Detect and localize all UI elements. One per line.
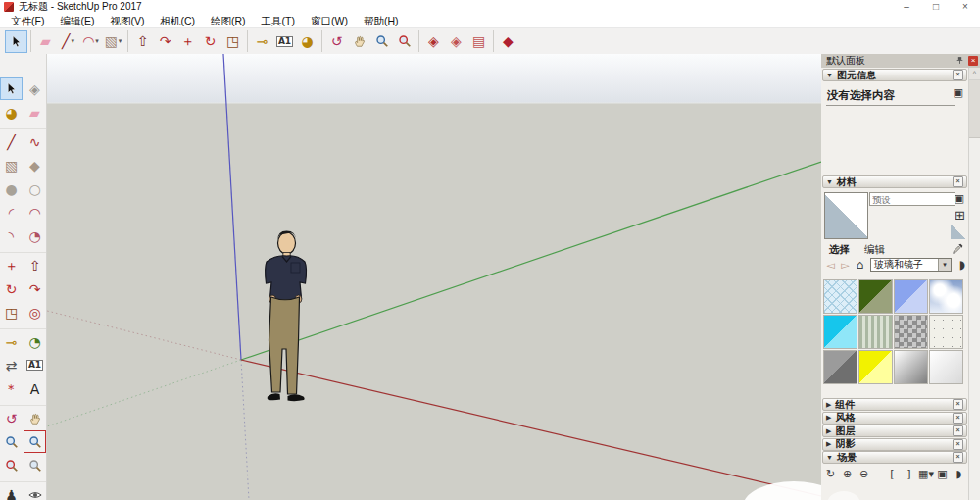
tray-scrollbar[interactable]: ^ xyxy=(968,68,980,500)
rotate-tool[interactable]: ↻ xyxy=(0,277,23,300)
scenes-close-button[interactable]: × xyxy=(953,452,963,463)
pie-tool[interactable]: ◔ xyxy=(24,225,46,247)
tray-close-button[interactable]: × xyxy=(968,56,978,66)
pan-tool[interactable] xyxy=(24,407,46,429)
entity-info-header[interactable]: ▼ 图元信息 × xyxy=(822,69,967,81)
protractor-tool[interactable]: ◔ xyxy=(24,330,46,353)
polygon-tool[interactable]: ○ xyxy=(24,177,46,200)
model-viewport[interactable] xyxy=(47,54,821,500)
move-tool[interactable]: ＋ xyxy=(176,30,199,53)
collection-details-button[interactable]: ◗ xyxy=(959,258,965,272)
shadows-header[interactable]: ▶阴影× xyxy=(822,438,967,451)
material-swatch-glass-striped[interactable] xyxy=(858,315,893,349)
display-secondary-pane-button[interactable]: ▣ xyxy=(955,192,964,205)
previous-view-tool[interactable] xyxy=(24,454,46,476)
tape-measure-tool[interactable]: ⊸ xyxy=(251,30,273,53)
tab-edit[interactable]: 编辑 xyxy=(858,243,891,258)
scale-tool[interactable]: ◳ xyxy=(221,30,244,53)
scenes-header[interactable]: ▼ 场景 × xyxy=(822,451,967,464)
menu-item-draw[interactable]: 绘图(R) xyxy=(203,14,254,27)
rectangle-tool-dropdown[interactable]: ▾ xyxy=(119,37,122,45)
maximize-button[interactable]: □ xyxy=(921,0,951,14)
create-material-button[interactable]: ⊞ xyxy=(955,208,965,223)
forward-arrow-icon[interactable]: ▻ xyxy=(838,259,853,272)
show-details-button[interactable]: ▣ xyxy=(935,468,950,480)
look-around-tool[interactable] xyxy=(24,483,46,500)
scale-tool[interactable]: ◳ xyxy=(0,301,23,324)
material-swatch-glass-dark-green[interactable] xyxy=(858,279,893,314)
material-swatch-glass-light-blue-hatch[interactable] xyxy=(823,279,858,314)
line-tool[interactable]: ╱ xyxy=(0,130,23,153)
zoom-tool[interactable] xyxy=(370,30,393,53)
move-scene-up-button[interactable]: [ xyxy=(885,468,900,480)
close-button[interactable]: × xyxy=(951,0,980,14)
position-camera-tool[interactable]: ♟ xyxy=(0,483,23,500)
sample-paint-icon[interactable] xyxy=(952,242,964,257)
orbit-tool[interactable]: ↺ xyxy=(325,30,348,53)
menu-item-window[interactable]: 窗口(W) xyxy=(303,14,356,27)
material-swatch-glass-obscure-speckle[interactable] xyxy=(929,315,963,349)
zoom-tool[interactable] xyxy=(0,430,23,453)
view-options-button[interactable]: ▦▾ xyxy=(918,468,933,480)
arc-tool-dropdown[interactable]: ▾ xyxy=(95,37,99,45)
text-tool[interactable]: A1 xyxy=(273,30,296,53)
material-swatch-mirror-metal[interactable] xyxy=(894,350,928,384)
minimize-button[interactable]: – xyxy=(892,0,921,14)
menu-item-camera[interactable]: 相机(C) xyxy=(152,14,203,27)
move-scene-down-button[interactable]: ] xyxy=(902,468,916,480)
extension-icon-2[interactable]: ◈ xyxy=(445,30,467,53)
zoom-extents-tool[interactable] xyxy=(393,30,416,53)
3d-text-tool[interactable]: A xyxy=(24,377,46,400)
remove-scene-button[interactable]: ⊖ xyxy=(857,468,871,480)
materials-header[interactable]: ▼ 材料 × xyxy=(822,175,967,188)
shadows-close-button[interactable]: × xyxy=(953,439,963,450)
rotated-rectangle-tool[interactable]: ◆ xyxy=(24,154,46,176)
default-material-button[interactable] xyxy=(951,225,966,239)
add-scene-button[interactable]: ⊕ xyxy=(840,468,855,480)
extension-icon-1[interactable]: ◈ xyxy=(422,30,445,53)
arc-tool[interactable]: ◜ xyxy=(0,201,23,224)
layers-close-button[interactable]: × xyxy=(953,425,963,436)
line-tool[interactable]: ╱▾ xyxy=(57,30,79,53)
material-swatch-glass-cyan[interactable] xyxy=(823,315,858,349)
eraser-tool[interactable]: ▰ xyxy=(24,101,46,124)
rectangle-tool[interactable]: ▧▾ xyxy=(102,30,124,53)
material-swatch-mirror-white[interactable] xyxy=(929,350,963,384)
material-swatch-glass-yellow[interactable] xyxy=(858,350,893,384)
collection-dropdown[interactable]: 玻璃和镜子 ▾ xyxy=(870,258,952,272)
make-component-tool[interactable]: ◈ xyxy=(24,77,46,100)
menu-item-help[interactable]: 帮助(H) xyxy=(356,14,407,27)
tab-select[interactable]: 选择 xyxy=(823,243,856,258)
material-name-input[interactable] xyxy=(869,192,956,206)
offset-tool[interactable]: ◎ xyxy=(24,301,46,324)
paint-bucket-tool[interactable]: ◕ xyxy=(0,101,23,124)
styles-header[interactable]: ▶风格× xyxy=(822,412,967,425)
rotate-tool[interactable]: ↻ xyxy=(199,30,221,53)
zoom-window-tool[interactable] xyxy=(24,430,46,453)
axes-tool[interactable]: ＊ xyxy=(0,377,23,400)
paint-bucket-tool[interactable]: ◕ xyxy=(296,30,318,53)
materials-close-button[interactable]: × xyxy=(953,176,963,187)
entity-info-close-button[interactable]: × xyxy=(953,70,963,80)
pushpull-tool[interactable]: ⇧ xyxy=(24,254,46,276)
extension-icon-3[interactable]: ▤ xyxy=(467,30,490,53)
material-swatch-glass-gray[interactable] xyxy=(823,350,858,384)
chevron-down-icon[interactable]: ▾ xyxy=(938,259,951,271)
scene-menu-button[interactable]: ◗ xyxy=(952,468,966,480)
material-swatch-glass-blue[interactable] xyxy=(894,279,928,314)
menu-item-file[interactable]: 文件(F) xyxy=(3,14,52,27)
update-scene-button[interactable]: ↻ xyxy=(823,468,838,480)
pan-tool[interactable] xyxy=(348,30,370,53)
material-swatch-glass-block-pattern[interactable] xyxy=(894,315,928,349)
text-tool[interactable]: A1 xyxy=(24,354,46,376)
move-tool[interactable]: ＋ xyxy=(0,254,23,276)
layers-header[interactable]: ▶图层× xyxy=(822,425,967,437)
freehand-tool[interactable]: ∿ xyxy=(24,130,46,153)
zoom-extents-tool[interactable] xyxy=(0,454,23,476)
pushpull-tool[interactable]: ⇧ xyxy=(131,30,154,53)
home-icon[interactable]: ⌂ xyxy=(853,258,867,272)
styles-close-button[interactable]: × xyxy=(953,413,963,424)
circle-tool[interactable]: ● xyxy=(0,177,23,200)
followme-tool[interactable]: ↷ xyxy=(24,277,46,300)
line-tool-dropdown[interactable]: ▾ xyxy=(71,37,74,45)
